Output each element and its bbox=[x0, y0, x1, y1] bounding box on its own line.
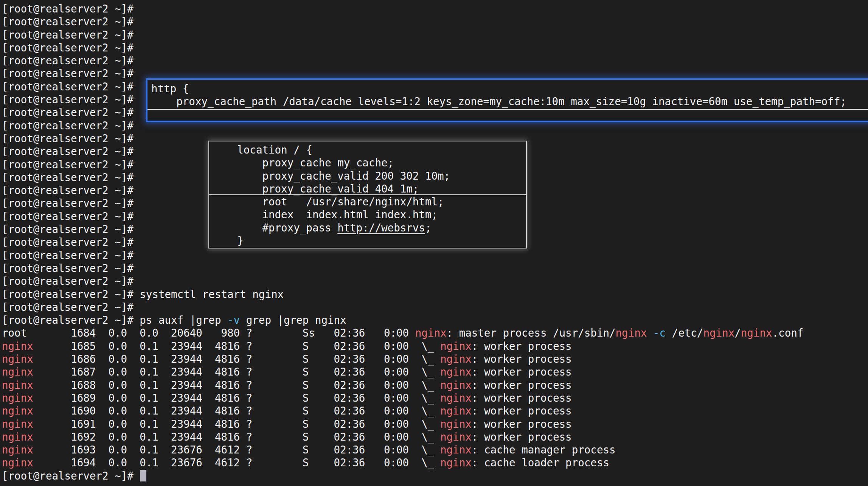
prompt-line: [root@realserver2 ~]# bbox=[2, 275, 868, 287]
ps-stats: 1688 0.0 0.1 23944 4816 ? S 02:36 0:00 \… bbox=[33, 379, 440, 391]
ps-row-worker: nginx 1690 0.0 0.1 23944 4816 ? S 02:36 … bbox=[2, 404, 868, 417]
ps-cmd-text: : worker process bbox=[472, 431, 572, 443]
grep-match: nginx bbox=[440, 392, 472, 404]
prompt-line: [root@realserver2 ~]# bbox=[2, 15, 868, 28]
config-text: proxy_cache_valid 404 1m; bbox=[212, 182, 526, 195]
config-text: #proxy_pass bbox=[212, 222, 337, 234]
config-text: proxy_cache_valid 200 302 10m; bbox=[212, 169, 526, 182]
grep-match: nginx bbox=[440, 418, 472, 430]
grep-match: nginx bbox=[2, 431, 33, 443]
active-prompt-line[interactable]: [root@realserver2 ~]# bbox=[2, 469, 868, 482]
config-text: proxy_cache my_cache; bbox=[212, 156, 526, 169]
prompt: [root@realserver2 ~]# bbox=[2, 314, 140, 326]
ps-cmd-text: : master process /usr/sbin/ bbox=[447, 327, 616, 339]
prompt-line: [root@realserver2 ~]# bbox=[2, 2, 868, 15]
config-text: http { bbox=[151, 82, 868, 95]
ps-row-worker: nginx 1687 0.0 0.1 23944 4816 ? S 02:36 … bbox=[2, 365, 868, 378]
command-text: ps auxf |grep bbox=[140, 314, 227, 326]
ps-cmd-text: /etc/ bbox=[666, 327, 703, 339]
grep-match: nginx bbox=[2, 340, 33, 352]
prompt: [root@realserver2 ~]# bbox=[2, 470, 134, 482]
prompt: [root@realserver2 ~]# bbox=[2, 288, 140, 300]
ps-stats: 1694 0.0 0.1 23676 4612 ? S 02:36 0:00 \… bbox=[33, 456, 440, 469]
ps-cmd-text: : worker process bbox=[472, 366, 572, 378]
grep-match: nginx bbox=[2, 418, 33, 430]
grep-match: nginx bbox=[440, 353, 472, 365]
grep-match: nginx bbox=[2, 379, 33, 391]
config-text: #proxy_pass http://websrvs; bbox=[212, 221, 526, 234]
ps-stats: 1691 0.0 0.1 23944 4816 ? S 02:36 0:00 \… bbox=[33, 418, 440, 430]
ps-stats: 1685 0.0 0.1 23944 4816 ? S 02:36 0:00 \… bbox=[33, 340, 440, 352]
command-line-ps: [root@realserver2 ~]# ps auxf |grep -v g… bbox=[2, 314, 868, 326]
grep-match: nginx bbox=[2, 405, 33, 417]
grep-match: nginx bbox=[440, 379, 472, 391]
grep-match: nginx bbox=[440, 366, 472, 378]
grep-match: nginx bbox=[2, 353, 33, 365]
prompt-line: [root@realserver2 ~]# bbox=[2, 41, 868, 54]
ps-row-worker: nginx 1691 0.0 0.1 23944 4816 ? S 02:36 … bbox=[2, 418, 868, 430]
prompt-line: [root@realserver2 ~]# bbox=[2, 249, 868, 262]
grep-match: nginx bbox=[440, 431, 472, 443]
ps-user: root bbox=[2, 327, 27, 339]
grep-match: nginx bbox=[415, 327, 447, 339]
config-text: ; bbox=[425, 222, 432, 234]
websrvs-link-text: http://websrvs bbox=[337, 222, 425, 234]
terminal-screenshot: { "colors":{ "background":"#1e1e1f", "fo… bbox=[0, 0, 868, 486]
ps-cmd-text: : worker process bbox=[472, 379, 572, 391]
grep-match: nginx bbox=[440, 444, 472, 456]
terminal-cursor bbox=[140, 470, 146, 481]
grep-match: nginx bbox=[440, 456, 472, 469]
ps-cmd-text: : cache manager process bbox=[472, 444, 616, 456]
ps-row-worker: nginx 1685 0.0 0.1 23944 4816 ? S 02:36 … bbox=[2, 340, 868, 352]
ps-stats: 1693 0.0 0.1 23676 4612 ? S 02:36 0:00 \… bbox=[33, 444, 440, 456]
prompt-line: [root@realserver2 ~]# bbox=[2, 301, 868, 314]
grep-match: nginx bbox=[616, 327, 647, 339]
grep-match: nginx bbox=[2, 444, 33, 456]
command-text: systemctl restart nginx bbox=[140, 288, 284, 300]
ps-cmd-text bbox=[647, 327, 653, 339]
ps-cmd-text: : worker process bbox=[472, 353, 572, 365]
ps-cmd-text: .conf bbox=[772, 327, 804, 339]
command-text: grep |grep nginx bbox=[240, 314, 346, 326]
ps-cmd-text: : worker process bbox=[472, 405, 572, 417]
grep-match: nginx bbox=[440, 340, 472, 352]
grep-match: nginx bbox=[440, 405, 472, 417]
grep-match: nginx bbox=[741, 327, 772, 339]
ps-stats: 1687 0.0 0.1 23944 4816 ? S 02:36 0:00 \… bbox=[33, 366, 440, 378]
ps-row-worker: nginx 1686 0.0 0.1 23944 4816 ? S 02:36 … bbox=[2, 352, 868, 365]
c-option: -c bbox=[653, 327, 666, 339]
ps-stats: 1692 0.0 0.1 23944 4816 ? S 02:36 0:00 \… bbox=[33, 431, 440, 443]
ps-stats: 1686 0.0 0.1 23944 4816 ? S 02:36 0:00 \… bbox=[33, 353, 440, 365]
grep-match: nginx bbox=[2, 392, 33, 404]
config-text: root /usr/share/nginx/html; bbox=[212, 195, 526, 208]
config-text: location / { bbox=[212, 143, 526, 156]
ps-cmd-text: : worker process bbox=[472, 418, 572, 430]
ps-cmd-text: : worker process bbox=[472, 392, 572, 404]
config-text: proxy_cache_path /data/cache levels=1:2 … bbox=[151, 95, 868, 108]
ps-row-cache-manager: nginx 1693 0.0 0.1 23676 4612 ? S 02:36 … bbox=[2, 443, 868, 456]
ps-row-worker: nginx 1688 0.0 0.1 23944 4816 ? S 02:36 … bbox=[2, 379, 868, 391]
command-line-systemctl: [root@realserver2 ~]# systemctl restart … bbox=[2, 288, 868, 301]
grep-match: nginx bbox=[2, 456, 33, 469]
location-config-overlay-box: location / { proxy_cache my_cache; proxy… bbox=[208, 141, 527, 248]
ps-cmd-text: / bbox=[734, 327, 741, 339]
prompt-line: [root@realserver2 ~]# bbox=[2, 54, 868, 67]
ps-stats: 1684 0.0 0.0 20640 980 ? Ss 02:36 0:00 bbox=[27, 327, 415, 339]
grep-match: nginx bbox=[2, 366, 33, 378]
ps-row-master: root 1684 0.0 0.0 20640 980 ? Ss 02:36 0… bbox=[2, 326, 868, 339]
grep-match: nginx bbox=[703, 327, 734, 339]
ps-stats: 1690 0.0 0.1 23944 4816 ? S 02:36 0:00 \… bbox=[33, 405, 440, 417]
ps-row-worker: nginx 1692 0.0 0.1 23944 4816 ? S 02:36 … bbox=[2, 430, 868, 443]
config-text: index index.html index.htm; bbox=[212, 208, 526, 221]
underline-annotation bbox=[209, 194, 526, 195]
ps-row-cache-loader: nginx 1694 0.0 0.1 23676 4612 ? S 02:36 … bbox=[2, 456, 868, 469]
ps-cmd-text: : worker process bbox=[472, 340, 572, 352]
config-text: } bbox=[212, 234, 526, 247]
prompt-line: [root@realserver2 ~]# bbox=[2, 28, 868, 41]
http-config-overlay-box: http { proxy_cache_path /data/cache leve… bbox=[146, 78, 868, 122]
ps-stats: 1689 0.0 0.1 23944 4816 ? S 02:36 0:00 \… bbox=[33, 392, 440, 404]
grep-v-option: -v bbox=[227, 314, 240, 326]
underline-annotation bbox=[148, 109, 868, 110]
ps-row-worker: nginx 1689 0.0 0.1 23944 4816 ? S 02:36 … bbox=[2, 391, 868, 404]
ps-cmd-text: : cache loader process bbox=[472, 456, 609, 469]
